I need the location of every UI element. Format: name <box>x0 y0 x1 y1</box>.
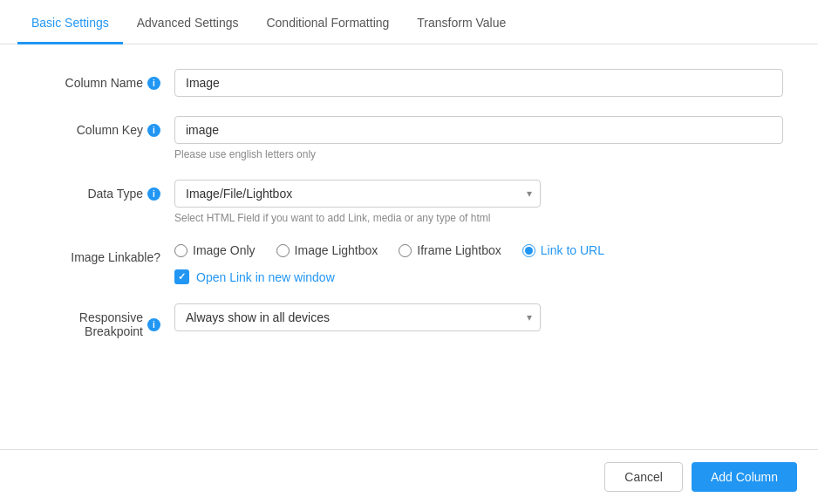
data-type-hint: Select HTML Field if you want to add Lin… <box>174 212 783 224</box>
data-type-control: Image/File/Lightbox Text Number HTML ▾ S… <box>174 180 783 224</box>
radio-image-only-label: Image Only <box>193 243 256 257</box>
data-type-select-wrap: Image/File/Lightbox Text Number HTML ▾ <box>174 180 541 208</box>
image-linkable-control: Image Only Image Lightbox Iframe Lightbo… <box>174 243 783 284</box>
radio-image-lightbox-label: Image Lightbox <box>295 243 378 257</box>
add-column-button[interactable]: Add Column <box>692 462 797 492</box>
column-name-input[interactable] <box>174 69 783 97</box>
column-key-hint: Please use english letters only <box>174 148 783 160</box>
data-type-info-icon: i <box>147 187 160 201</box>
radio-iframe-lightbox[interactable]: Iframe Lightbox <box>399 243 501 257</box>
radio-iframe-lightbox-label: Iframe Lightbox <box>417 243 501 257</box>
column-key-input[interactable] <box>174 116 783 144</box>
column-name-info-icon: i <box>147 77 160 90</box>
column-key-info-icon: i <box>147 124 160 137</box>
image-linkable-label: Image Linkable? <box>35 243 174 264</box>
column-key-control: Please use english letters only <box>174 116 783 160</box>
data-type-select[interactable]: Image/File/Lightbox Text Number HTML <box>174 180 541 208</box>
radio-image-only[interactable]: Image Only <box>174 243 256 257</box>
tab-conditional[interactable]: Conditional Formatting <box>252 0 403 44</box>
column-name-label: Column Name i <box>35 69 174 90</box>
tabs-container: Basic Settings Advanced Settings Conditi… <box>0 0 818 44</box>
responsive-control: Always show in all devices Hide on mobil… <box>174 303 783 331</box>
open-link-checkbox[interactable] <box>174 269 189 284</box>
column-name-row: Column Name i <box>35 69 783 97</box>
footer: Cancel Add Column <box>0 449 818 504</box>
column-key-label: Column Key i <box>35 116 174 137</box>
responsive-info-icon: i <box>147 318 160 331</box>
radio-group: Image Only Image Lightbox Iframe Lightbo… <box>174 243 783 257</box>
form-content: Column Name i Column Key i Please use en… <box>0 44 818 375</box>
open-link-wrap: Open Link in new window <box>174 269 783 284</box>
radio-image-lightbox[interactable]: Image Lightbox <box>276 243 378 257</box>
responsive-label: Responsive Breakpoint i <box>35 303 174 338</box>
tab-advanced[interactable]: Advanced Settings <box>123 0 253 44</box>
radio-link-to-url[interactable]: Link to URL <box>522 243 604 257</box>
responsive-select[interactable]: Always show in all devices Hide on mobil… <box>174 303 541 331</box>
data-type-label: Data Type i <box>35 180 174 201</box>
responsive-select-wrap: Always show in all devices Hide on mobil… <box>174 303 541 331</box>
tab-transform[interactable]: Transform Value <box>403 0 520 44</box>
column-name-control <box>174 69 783 97</box>
image-linkable-row: Image Linkable? Image Only Image Lightbo… <box>35 243 783 284</box>
data-type-row: Data Type i Image/File/Lightbox Text Num… <box>35 180 783 224</box>
open-link-label[interactable]: Open Link in new window <box>196 270 335 284</box>
page-wrapper: Basic Settings Advanced Settings Conditi… <box>0 0 818 504</box>
radio-link-to-url-label: Link to URL <box>541 243 604 257</box>
column-key-row: Column Key i Please use english letters … <box>35 116 783 160</box>
responsive-row: Responsive Breakpoint i Always show in a… <box>35 303 783 338</box>
cancel-button[interactable]: Cancel <box>604 462 683 492</box>
tab-basic[interactable]: Basic Settings <box>17 0 123 44</box>
